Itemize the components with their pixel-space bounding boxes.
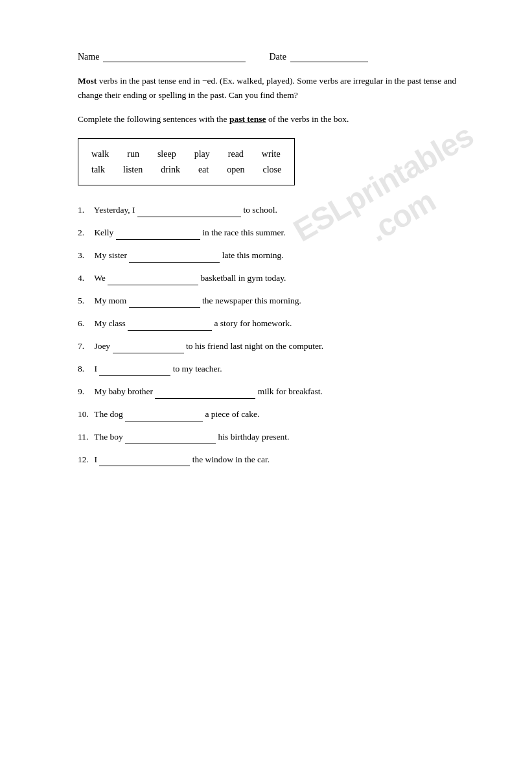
sentence-num-9: 9.: [78, 385, 92, 399]
sentence-text-12: I the window in the car.: [92, 453, 270, 467]
sentence-num-1: 1.: [78, 204, 92, 217]
sentence-12: 12. I the window in the car.: [78, 453, 467, 467]
sentence-num-7: 7.: [78, 340, 92, 353]
blank-8[interactable]: [99, 366, 170, 376]
intro-paragraph: Most verbs in the past tense end in −ed.…: [78, 74, 467, 102]
name-line[interactable]: [103, 52, 246, 62]
sentence-5: 5. My mom the newspaper this morning.: [78, 294, 467, 308]
verb-row-1: walk run sleep play read write: [91, 147, 281, 162]
sentence-num-11: 11.: [78, 431, 92, 444]
sentence-text-9: My baby brother milk for breakfast.: [92, 385, 323, 399]
sentence-text-1: Yesterday, I to school.: [92, 204, 277, 217]
verb-write: write: [262, 147, 281, 162]
sentence-num-6: 6.: [78, 317, 92, 331]
blank-9[interactable]: [155, 388, 255, 399]
sentence-num-4: 4.: [78, 272, 92, 285]
verb-listen: listen: [123, 162, 143, 178]
verb-open: open: [227, 162, 244, 178]
worksheet-page: ESLprintables.com Name Date Most verbs i…: [0, 0, 532, 758]
sentence-10: 10. The dog a piece of cake.: [78, 408, 467, 421]
blank-12[interactable]: [99, 456, 190, 466]
sentence-num-2: 2.: [78, 226, 92, 240]
sentence-8: 8. I to my teacher.: [78, 362, 467, 376]
sentence-num-12: 12.: [78, 453, 92, 467]
sentence-num-3: 3.: [78, 249, 92, 263]
sentence-text-7: Joey to his friend last night on the com…: [92, 340, 323, 353]
verb-play: play: [194, 147, 210, 162]
sentence-num-5: 5.: [78, 294, 92, 308]
blank-6[interactable]: [128, 320, 212, 331]
verb-read: read: [228, 147, 244, 162]
sentence-1: 1. Yesterday, I to school.: [78, 204, 467, 217]
sentence-text-6: My class a story for homework.: [92, 317, 292, 331]
verb-walk: walk: [91, 147, 109, 162]
sentence-text-3: My sister late this morning.: [92, 249, 284, 263]
verb-close: close: [262, 162, 281, 178]
date-line[interactable]: [290, 52, 368, 62]
sentence-text-5: My mom the newspaper this morning.: [92, 294, 301, 308]
sentences-section: 1. Yesterday, I to school. 2. Kelly in t…: [78, 204, 467, 466]
verb-box: walk run sleep play read write talk list…: [78, 138, 295, 186]
blank-11[interactable]: [125, 434, 216, 444]
verb-drink: drink: [161, 162, 180, 178]
intro-bold: Most: [78, 76, 97, 86]
verb-row-2: talk listen drink eat open close: [91, 162, 281, 178]
name-label: Name: [78, 52, 99, 62]
sentence-num-8: 8.: [78, 362, 92, 376]
blank-7[interactable]: [113, 343, 184, 353]
sentence-2: 2. Kelly in the race this summer.: [78, 226, 467, 240]
verb-run: run: [127, 147, 139, 162]
sentence-11: 11. The boy his birthday present.: [78, 431, 467, 444]
blank-4[interactable]: [108, 275, 198, 285]
sentence-text-10: The dog a piece of cake.: [92, 408, 259, 421]
sentence-text-11: The boy his birthday present.: [92, 431, 289, 444]
instruction-text: Complete the following sentences with th…: [78, 112, 467, 126]
sentence-text-4: We basketball in gym today.: [92, 272, 286, 285]
instruction-part2: of the verbs in the box.: [266, 114, 349, 124]
verb-talk: talk: [91, 162, 105, 178]
blank-10[interactable]: [125, 411, 203, 421]
name-date-row: Name Date: [78, 52, 467, 62]
sentence-text-8: I to my teacher.: [92, 362, 222, 376]
sentence-9: 9. My baby brother milk for breakfast.: [78, 385, 467, 399]
verb-eat: eat: [198, 162, 209, 178]
blank-1[interactable]: [137, 207, 241, 217]
sentence-text-2: Kelly in the race this summer.: [92, 226, 286, 240]
sentence-3: 3. My sister late this morning.: [78, 249, 467, 263]
verb-sleep: sleep: [157, 147, 176, 162]
blank-5[interactable]: [129, 298, 200, 308]
sentence-6: 6. My class a story for homework.: [78, 317, 467, 331]
sentence-num-10: 10.: [78, 408, 92, 421]
instruction-part1: Complete the following sentences with th…: [78, 114, 229, 124]
sentence-7: 7. Joey to his friend last night on the …: [78, 340, 467, 353]
intro-rest: verbs in the past tense end in −ed. (Ex.…: [78, 76, 456, 100]
date-label: Date: [269, 52, 286, 62]
blank-2[interactable]: [116, 230, 200, 240]
sentence-4: 4. We basketball in gym today.: [78, 272, 467, 285]
blank-3[interactable]: [129, 252, 220, 263]
instruction-underline: past tense: [229, 114, 266, 124]
